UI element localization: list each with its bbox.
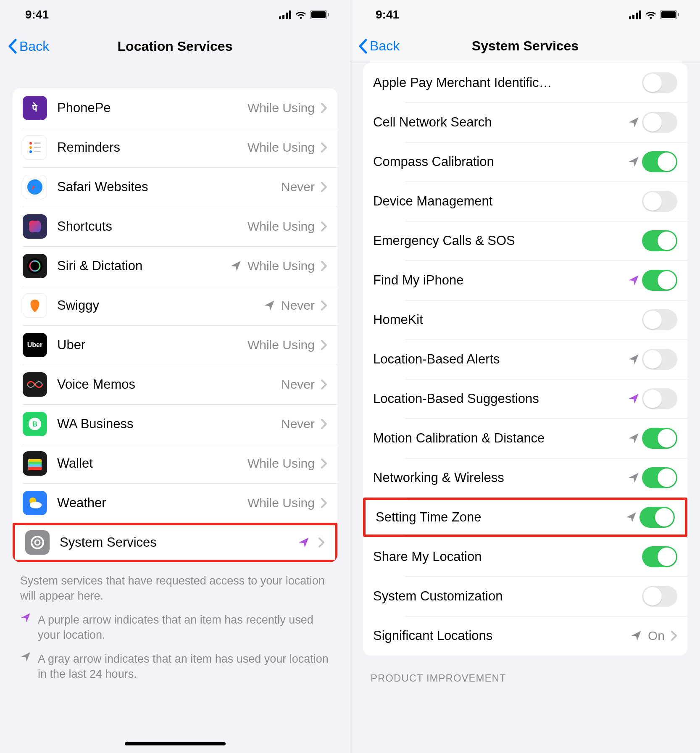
cellular-icon xyxy=(279,11,292,19)
status-bar: 9:41 xyxy=(350,0,700,29)
chevron-right-icon xyxy=(321,458,327,469)
toggle-switch[interactable] xyxy=(642,270,677,291)
service-name: Device Management xyxy=(373,194,642,209)
toggle-switch[interactable] xyxy=(642,428,677,449)
app-name: Siri & Dictation xyxy=(57,258,226,274)
app-name: Voice Memos xyxy=(57,377,278,392)
service-name: Find My iPhone xyxy=(373,273,624,288)
toggle-switch[interactable] xyxy=(642,586,677,607)
location-arrow-icon xyxy=(20,612,31,643)
location-arrow-icon xyxy=(263,300,275,311)
svg-rect-30 xyxy=(636,13,638,19)
app-row[interactable]: Wallet While Using xyxy=(13,444,337,483)
status-icons xyxy=(279,10,329,19)
svg-rect-1 xyxy=(282,15,284,19)
app-row[interactable]: System Services xyxy=(13,523,337,562)
app-list: पे PhonePe While Using Reminders While U… xyxy=(13,88,337,562)
app-status: Never xyxy=(281,417,315,431)
app-row[interactable]: पे PhonePe While Using xyxy=(13,88,337,128)
toggle-switch[interactable] xyxy=(642,72,677,93)
service-status: On xyxy=(648,629,665,643)
service-row[interactable]: Location-Based Suggestions xyxy=(363,379,687,419)
legend-gray: A gray arrow indicates that an item has … xyxy=(0,647,350,686)
app-icon xyxy=(23,254,47,278)
app-row[interactable]: Siri & Dictation While Using xyxy=(13,246,337,286)
toggle-switch[interactable] xyxy=(642,191,677,212)
legend-purple-text: A purple arrow indicates that an item ha… xyxy=(38,612,330,643)
battery-icon xyxy=(310,10,329,19)
toggle-switch[interactable] xyxy=(642,309,677,330)
service-name: Share My Location xyxy=(373,549,642,564)
legend-purple: A purple arrow indicates that an item ha… xyxy=(0,608,350,647)
wifi-icon xyxy=(295,11,307,19)
toggle-switch[interactable] xyxy=(642,349,677,370)
service-name: Cell Network Search xyxy=(373,115,624,130)
chevron-right-icon xyxy=(321,182,327,192)
service-row[interactable]: Share My Location xyxy=(363,537,687,577)
service-row[interactable]: Networking & Wireless xyxy=(363,458,687,498)
app-row[interactable]: Shortcuts While Using xyxy=(13,207,337,246)
svg-rect-3 xyxy=(289,11,291,19)
toggle-switch[interactable] xyxy=(642,467,677,488)
toggle-switch[interactable] xyxy=(639,507,675,528)
chevron-right-icon xyxy=(321,379,327,390)
section-footer: PRODUCT IMPROVEMENT xyxy=(350,656,700,684)
svg-rect-34 xyxy=(678,13,679,16)
location-arrow-icon xyxy=(628,274,639,286)
app-icon xyxy=(23,135,47,160)
toggle-switch[interactable] xyxy=(642,151,677,172)
toggle-switch[interactable] xyxy=(642,230,677,251)
chevron-right-icon xyxy=(321,103,327,113)
app-icon xyxy=(25,530,50,555)
app-row[interactable]: Voice Memos Never xyxy=(13,365,337,404)
service-row[interactable]: Significant Locations On xyxy=(363,616,687,656)
app-status: While Using xyxy=(247,496,315,510)
status-bar: 9:41 xyxy=(0,0,350,29)
svg-point-25 xyxy=(30,502,42,508)
back-button[interactable]: Back xyxy=(350,38,400,54)
app-row[interactable]: Swiggy Never xyxy=(13,286,337,325)
service-row[interactable]: HomeKit xyxy=(363,300,687,340)
svg-rect-10 xyxy=(34,142,41,144)
service-row[interactable]: Compass Calibration xyxy=(363,142,687,182)
service-row[interactable]: Device Management xyxy=(363,182,687,221)
service-name: HomeKit xyxy=(373,312,642,327)
app-row[interactable]: Reminders While Using xyxy=(13,128,337,167)
app-icon xyxy=(23,293,47,318)
app-row[interactable]: Uber Uber While Using xyxy=(13,325,337,365)
service-list: Apple Pay Merchant Identific… Cell Netwo… xyxy=(363,63,687,656)
service-name: Compass Calibration xyxy=(373,154,624,169)
location-arrow-icon xyxy=(628,156,639,168)
app-row[interactable]: Safari Websites Never xyxy=(13,167,337,207)
toggle-switch[interactable] xyxy=(642,112,677,133)
location-arrow-icon xyxy=(628,116,639,128)
location-arrow-icon xyxy=(628,393,639,405)
service-row[interactable]: Motion Calibration & Distance xyxy=(363,419,687,458)
svg-rect-6 xyxy=(328,13,329,16)
service-row[interactable]: Emergency Calls & SOS xyxy=(363,221,687,261)
back-button[interactable]: Back xyxy=(0,39,49,54)
app-status: While Using xyxy=(247,259,315,273)
footer-text: System services that have requested acce… xyxy=(0,562,350,608)
service-row[interactable]: Find My iPhone xyxy=(363,261,687,300)
svg-text:B: B xyxy=(32,421,37,428)
chevron-right-icon xyxy=(321,300,327,311)
service-row[interactable]: Cell Network Search xyxy=(363,103,687,142)
chevron-right-icon xyxy=(318,537,325,548)
service-row[interactable]: Setting Time Zone xyxy=(363,498,687,537)
app-name: Safari Websites xyxy=(57,179,278,195)
nav-title: Location Services xyxy=(0,39,350,54)
app-row[interactable]: Weather While Using xyxy=(13,483,337,523)
home-indicator[interactable] xyxy=(125,742,226,745)
app-row[interactable]: B WA Business Never xyxy=(13,404,337,444)
toggle-switch[interactable] xyxy=(642,388,677,409)
service-row[interactable]: Apple Pay Merchant Identific… xyxy=(363,63,687,103)
app-icon: B xyxy=(23,412,47,436)
battery-icon xyxy=(660,10,679,19)
service-row[interactable]: System Customization xyxy=(363,577,687,616)
service-row[interactable]: Location-Based Alerts xyxy=(363,340,687,379)
toggle-switch[interactable] xyxy=(642,546,677,567)
app-name: Wallet xyxy=(57,456,244,471)
location-arrow-icon xyxy=(630,630,642,642)
service-name: Networking & Wireless xyxy=(373,470,624,485)
